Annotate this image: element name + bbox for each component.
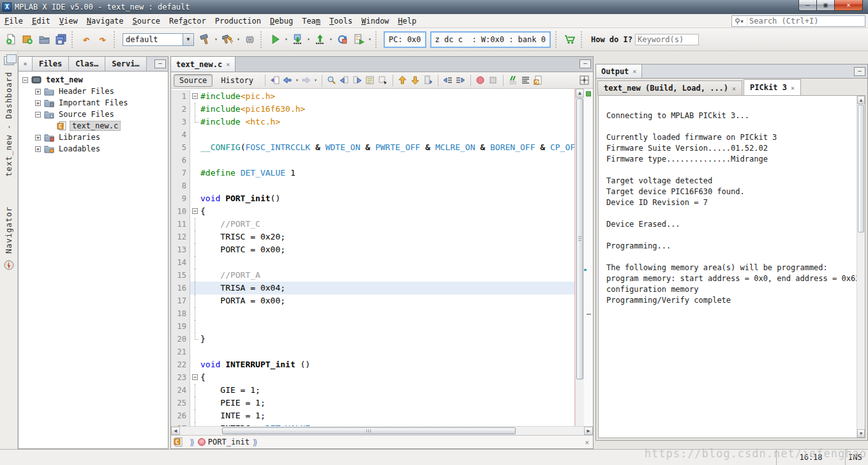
expand-icon[interactable]: + [35,146,41,152]
menu-view[interactable]: View [55,15,82,27]
debug-tool-dropdown-icon[interactable]: ▾ [367,36,373,42]
collapse-icon[interactable]: − [35,112,41,118]
rectangular-selection-button[interactable] [377,74,389,87]
editor-horizontal-scrollbar[interactable]: ◀ ▶ [171,426,593,435]
editor-vertical-scrollbar[interactable]: ▲ [575,89,584,427]
undo-button[interactable]: ↶ [78,31,94,48]
tree-item-text-new-c[interactable]: Ctext_new.c [19,120,168,132]
shift-left-button[interactable] [442,74,454,87]
read-device-dropdown-icon[interactable]: ▾ [328,36,334,42]
tree-item-source-files[interactable]: −Source Files [19,109,168,120]
code-line-16[interactable]: 16 TRISA = 0x04; [171,282,575,294]
build-dropdown-icon[interactable]: ▾ [213,36,219,42]
fold-column[interactable]: − [190,205,200,218]
forward-dropdown-icon[interactable]: ▾ [313,77,318,83]
code-line-23[interactable]: 23−{ [171,371,575,384]
fold-collapse-icon[interactable]: − [192,208,198,214]
code-line-13[interactable]: 13 PORTC = 0x00; [171,243,575,256]
breadcrumb-options-icon[interactable]: ✕ [585,438,589,446]
menu-window[interactable]: Window [357,15,393,27]
source-view-button[interactable]: Source [174,74,213,87]
comment-lines-button[interactable] [507,74,520,87]
uncomment-lines-button[interactable] [520,74,532,87]
menu-production[interactable]: Production [211,15,266,27]
scroll-up-icon[interactable]: ▲ [576,89,584,98]
code-line-14[interactable]: 14 [171,256,575,269]
minimize-button[interactable]: — [798,0,817,11]
menu-debug[interactable]: Debug [266,15,297,27]
tree-item-important-files[interactable]: +Important Files [19,97,168,109]
open-project-button[interactable] [36,31,52,48]
menu-edit[interactable]: Edit [27,15,55,27]
dashboard-vertical-tab[interactable]: text_new - Dashboard [4,72,13,177]
tree-item-header-files[interactable]: +Header Files [19,86,168,97]
fold-collapse-icon[interactable]: − [192,93,198,99]
configuration-dropdown-icon[interactable]: ▼ [183,34,193,45]
fold-collapse-icon[interactable]: − [192,374,198,380]
macro-expansion-button[interactable] [532,74,545,87]
explorer-tab-files[interactable]: Files [33,57,69,71]
output-scrollbar[interactable]: ▲ ▼ [857,96,865,438]
keyword-input[interactable] [635,34,699,45]
clean-build-button[interactable] [219,31,236,48]
toggle-highlight-button[interactable] [364,74,377,87]
title-bar[interactable]: X MPLAB X IDE v5.00 - text_new : default… [0,0,868,14]
search-icon[interactable]: ⚲▾ [732,17,747,26]
editor-minimize-button[interactable]: ─ [580,59,591,68]
previous-bookmark-button[interactable] [396,74,409,87]
code-line-15[interactable]: 15 //PORT_A [171,269,575,282]
code-line-21[interactable]: 21 [171,346,575,358]
collapse-icon[interactable]: − [22,77,28,83]
tree-item-text-new[interactable]: −text_new [19,74,168,86]
debug-tool-status-button[interactable] [350,31,367,48]
run-project-button[interactable] [267,31,283,48]
code-line-24[interactable]: 24 GIE = 1; [171,384,575,397]
microchip-store-button[interactable] [562,31,578,48]
breadcrumb-function[interactable]: PORT_init [208,438,250,446]
code-line-19[interactable]: 19 [171,320,575,333]
toggle-breakpoint-button[interactable] [474,74,487,87]
code-line-5[interactable]: 5__CONFIG(FOSC_INTRCCLK & WDTE_ON & PWRT… [171,141,575,154]
output-tab-pickit-3[interactable]: PICkit 3✕ [744,79,801,95]
menu-file[interactable]: File [0,15,27,27]
code-editor[interactable]: 1−#include<pic.h>2#include<pic16f630.h>3… [171,89,593,427]
scroll-right-icon[interactable]: ▶ [584,427,593,435]
stop-button[interactable] [487,74,500,87]
next-bookmark-button[interactable] [409,74,422,87]
code-line-12[interactable]: 12 TRISC = 0x20; [171,231,575,243]
code-line-6[interactable]: 6 [171,154,575,167]
explorer-minimize-button[interactable]: ─ [154,59,166,68]
search-box[interactable]: ⚲▾ [731,15,865,27]
make-program-dropdown-icon[interactable]: ▾ [306,36,311,42]
output-tab-close-icon[interactable]: ✕ [732,85,736,92]
new-project-button[interactable] [19,31,36,48]
menu-source[interactable]: Source [128,15,165,27]
find-previous-occurrence-button[interactable] [338,74,351,87]
fold-column[interactable]: − [190,90,200,103]
editor-tab-text-new-c[interactable]: text_new.c ✕ [171,57,236,72]
toggle-bookmark-button[interactable] [422,74,435,87]
menu-tools[interactable]: Tools [325,15,357,27]
output-scroll-thumb[interactable] [858,105,864,232]
close-button[interactable]: ✕ [834,0,863,11]
output-tab-text-new--build--load------[interactable]: text_new (Build, Load, ...)✕ [597,80,742,95]
expand-icon[interactable]: + [35,89,41,95]
restore-group-icon[interactable] [4,56,14,65]
split-window-button[interactable] [578,74,590,87]
output-minimize-button[interactable]: ─ [854,67,865,76]
output-window-tab[interactable]: Output ✕ [596,65,642,78]
output-tab-close-icon[interactable]: ✕ [632,68,636,75]
refresh-debug-tool-button[interactable] [334,31,350,48]
clean-build-dropdown-icon[interactable]: ▾ [236,36,241,42]
find-button[interactable] [326,74,338,87]
back-dropdown-icon[interactable]: ▾ [294,77,300,83]
history-view-button[interactable]: History [215,74,259,87]
explorer-tab-clas[interactable]: Clas… [69,57,105,71]
vertical-scroll-thumb[interactable] [576,98,583,379]
code-line-1[interactable]: 1−#include<pic.h> [171,90,575,103]
new-file-button[interactable] [3,31,19,48]
forward-button[interactable] [300,74,313,87]
projects-tab-close-icon[interactable]: ✕ [19,57,33,71]
explorer-tab-servi[interactable]: Servi… [105,57,146,71]
code-line-8[interactable]: 8 [171,179,575,192]
